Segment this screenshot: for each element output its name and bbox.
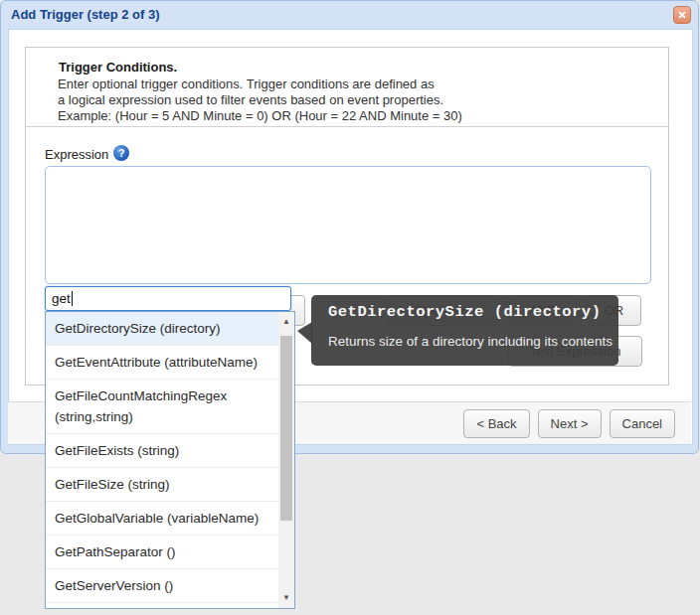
list-item[interactable]: GetPathSeparator () bbox=[46, 535, 278, 568]
instructions-line: Enter optional trigger conditions. Trigg… bbox=[58, 77, 435, 91]
next-button[interactable]: Next > bbox=[538, 409, 602, 438]
dropdown-scrollbar[interactable]: ▲ ▼ bbox=[278, 312, 294, 608]
list-item[interactable]: GetFileCountMatchingRegex (string,string… bbox=[46, 379, 278, 433]
scrollbar-thumb[interactable] bbox=[280, 336, 292, 521]
function-tooltip: GetDirectorySize (directory) Returns siz… bbox=[311, 295, 618, 366]
tooltip-arrow bbox=[297, 322, 312, 344]
list-item[interactable]: GetUserGroup (username) bbox=[46, 602, 278, 608]
scroll-up-icon[interactable]: ▲ bbox=[278, 314, 294, 330]
list-item[interactable]: GetEventAttribute (attributeName) bbox=[46, 345, 278, 379]
close-icon[interactable]: ✕ bbox=[673, 6, 691, 24]
instructions-heading: Trigger Conditions. bbox=[59, 60, 177, 75]
tooltip-description: Returns size of a directory including it… bbox=[328, 334, 612, 349]
help-icon[interactable]: ? bbox=[113, 145, 129, 161]
instructions-line: a logical expression used to filter even… bbox=[58, 92, 443, 107]
page-background: Add Trigger (step 2 of 3) ✕ Trigger Cond… bbox=[0, 0, 700, 615]
function-search-input[interactable]: get bbox=[45, 286, 291, 311]
list-item[interactable]: GetFileExists (string) bbox=[46, 433, 278, 467]
dialog-title: Add Trigger (step 2 of 3) bbox=[11, 7, 160, 22]
dialog-titlebar: Add Trigger (step 2 of 3) ✕ bbox=[1, 1, 700, 29]
instructions-line: Example: (Hour = 5 AND Minute = 0) OR (H… bbox=[58, 108, 462, 123]
function-autocomplete-dropdown: GetDirectorySize (directory) GetEventAtt… bbox=[45, 311, 295, 609]
instructions-section: Trigger Conditions. Enter optional trigg… bbox=[25, 47, 669, 127]
text-caret bbox=[72, 291, 73, 306]
list-item[interactable]: GetGlobalVariable (variableName) bbox=[46, 501, 278, 535]
scroll-down-icon[interactable]: ▼ bbox=[278, 590, 294, 606]
function-list: GetDirectorySize (directory) GetEventAtt… bbox=[46, 312, 278, 608]
tooltip-title: GetDirectorySize (directory) bbox=[328, 303, 601, 321]
list-item[interactable]: GetFileSize (string) bbox=[46, 467, 278, 501]
list-item[interactable]: GetServerVersion () bbox=[46, 568, 278, 602]
expression-label: Expression bbox=[45, 147, 108, 162]
expression-textarea[interactable] bbox=[45, 166, 651, 284]
back-button[interactable]: < Back bbox=[463, 409, 529, 438]
function-search-value: get bbox=[52, 291, 71, 306]
list-item[interactable]: GetDirectorySize (directory) bbox=[46, 312, 278, 345]
cancel-button[interactable]: Cancel bbox=[610, 409, 675, 438]
